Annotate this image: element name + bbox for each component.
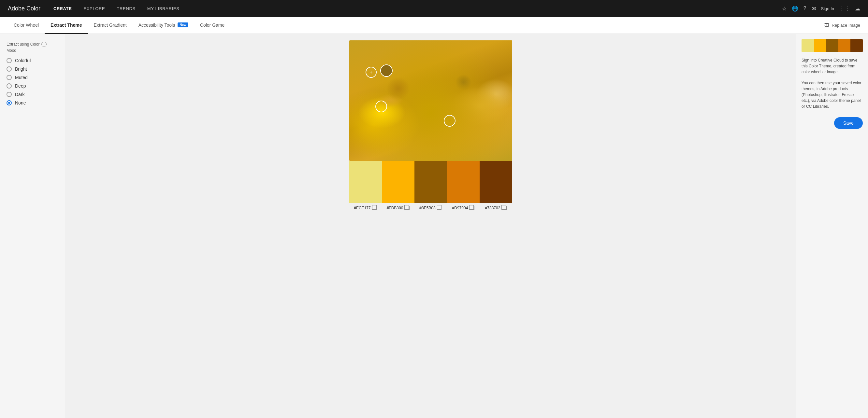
radio-circle-deep	[6, 83, 12, 89]
radio-muted[interactable]: Muted	[6, 75, 59, 80]
right-panel: Sign into Creative Cloud to save this Co…	[796, 34, 868, 418]
help-icon[interactable]: ?	[804, 5, 806, 11]
copy-icon-2[interactable]	[438, 206, 442, 210]
sunflower-image	[349, 40, 512, 161]
nav-my-libraries[interactable]: MY LIBRARIES	[147, 6, 180, 11]
tab-accessibility-tools[interactable]: Accessibility Tools New	[133, 17, 194, 34]
color-swatches-strip	[349, 161, 512, 203]
apps-icon[interactable]: ⋮⋮	[839, 5, 850, 12]
copy-icon-3[interactable]	[470, 206, 474, 210]
hex-item-4: #733702	[479, 206, 512, 210]
mini-swatches	[802, 39, 863, 52]
header-left: Adobe Color CREATE EXPLORE TRENDS MY LIB…	[8, 5, 179, 12]
copy-icon-4[interactable]	[502, 206, 507, 210]
message-icon[interactable]: ✉	[812, 5, 816, 12]
header-right: ☆ 🌐 ? ✉ Sign In ⋮⋮ ☁	[782, 5, 860, 12]
radio-none[interactable]: None	[6, 100, 59, 105]
tab-color-game[interactable]: Color Game	[194, 17, 230, 34]
mini-swatch-1	[814, 39, 826, 52]
cloud-icon[interactable]: ☁	[855, 5, 860, 12]
sidebar: Extract using Color i Mood Colorful Brig…	[0, 34, 65, 418]
radio-circle-none	[6, 100, 12, 105]
image-canvas[interactable]: + +	[349, 40, 512, 161]
info-icon[interactable]: i	[41, 42, 46, 47]
radio-deep[interactable]: Deep	[6, 83, 59, 89]
radio-circle-muted	[6, 75, 12, 80]
panel-description-1: Sign into Creative Cloud to save this Co…	[802, 57, 863, 75]
tab-extract-gradient[interactable]: Extract Gradient	[88, 17, 133, 34]
globe-icon[interactable]: 🌐	[792, 5, 798, 12]
radio-circle-colorful	[6, 58, 12, 63]
hex-value-3: #D97904	[452, 206, 468, 210]
app-logo: Adobe Color	[8, 5, 40, 12]
radio-bright[interactable]: Bright	[6, 66, 59, 72]
picker-circle-2[interactable]	[380, 65, 393, 77]
hex-item-2: #8E5B03	[414, 206, 447, 210]
nav-explore[interactable]: EXPLORE	[84, 6, 105, 11]
hex-item-0: #ECE177	[349, 206, 382, 210]
hex-value-4: #733702	[485, 206, 500, 210]
accessibility-badge: New	[178, 23, 188, 27]
swatch-0[interactable]	[349, 161, 382, 203]
save-button[interactable]: Save	[834, 117, 863, 129]
radio-dark[interactable]: Dark	[6, 92, 59, 97]
mood-radio-group: Colorful Bright Muted Deep Dark None	[6, 58, 59, 105]
tab-color-wheel[interactable]: Color Wheel	[8, 17, 44, 34]
hex-value-2: #8E5B03	[419, 206, 435, 210]
sidebar-subtitle: Mood	[6, 48, 59, 53]
main-layout: Extract using Color i Mood Colorful Brig…	[0, 34, 868, 418]
hex-item-3: #D97904	[447, 206, 479, 210]
nav-trends[interactable]: TRENDS	[117, 6, 135, 11]
sidebar-title: Extract using Color i	[6, 42, 59, 47]
mini-swatch-3	[838, 39, 851, 52]
copy-icon-1[interactable]	[405, 206, 409, 210]
panel-description-2: You can then use your saved color themes…	[802, 80, 863, 109]
hex-value-0: #ECE177	[354, 206, 370, 210]
copy-icon-0[interactable]	[373, 206, 377, 210]
tabs-bar: Color Wheel Extract Theme Extract Gradie…	[0, 17, 868, 34]
center-content: + + #ECE177 #FDB300 #8E5B03	[65, 34, 796, 418]
image-icon: 🖼	[824, 23, 829, 28]
swatch-4[interactable]	[479, 161, 512, 203]
mini-swatch-0	[802, 39, 814, 52]
picker-circle-3[interactable]	[375, 101, 387, 112]
main-nav: CREATE EXPLORE TRENDS MY LIBRARIES	[54, 6, 179, 11]
color-hex-row: #ECE177 #FDB300 #8E5B03 #D97904 #733702	[349, 206, 512, 210]
mini-swatch-2	[826, 39, 838, 52]
star-icon[interactable]: ☆	[782, 5, 786, 12]
sign-in-button[interactable]: Sign In	[821, 6, 834, 11]
radio-circle-bright	[6, 66, 12, 72]
nav-create[interactable]: CREATE	[54, 6, 72, 11]
swatch-2[interactable]	[414, 161, 447, 203]
swatch-3[interactable]	[447, 161, 479, 203]
replace-image-button[interactable]: 🖼 Replace Image	[824, 23, 860, 28]
hex-value-1: #FDB300	[387, 206, 403, 210]
tab-extract-theme[interactable]: Extract Theme	[44, 17, 88, 34]
header: Adobe Color CREATE EXPLORE TRENDS MY LIB…	[0, 0, 868, 17]
hex-item-1: #FDB300	[382, 206, 414, 210]
radio-colorful[interactable]: Colorful	[6, 58, 59, 63]
mini-swatch-4	[850, 39, 863, 52]
swatch-1[interactable]	[382, 161, 414, 203]
radio-circle-dark	[6, 92, 12, 97]
